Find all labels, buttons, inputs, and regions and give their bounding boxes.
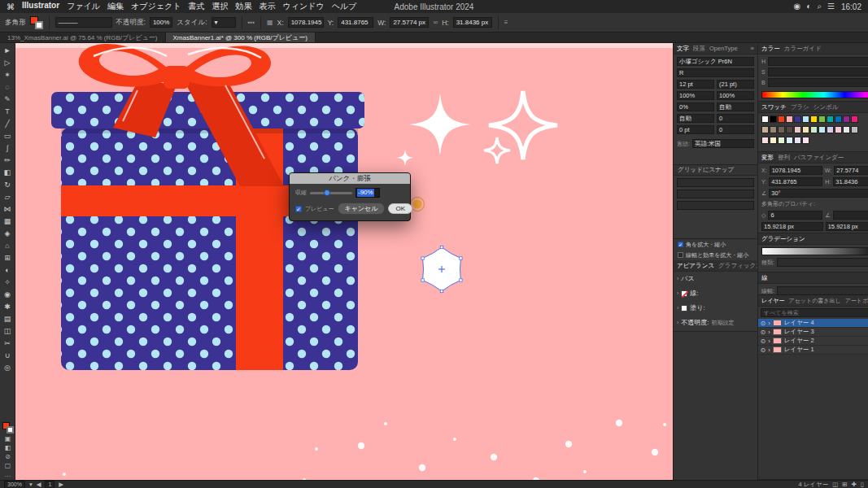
shape-builder-tool[interactable]: ◈ [1, 227, 15, 239]
char-field-3-1[interactable]: 0 [717, 114, 754, 123]
apple-menu-icon[interactable]: ⌘ [7, 2, 15, 11]
tab-1-グラフィックスタイル[interactable]: グラフィックスタイル [718, 262, 757, 270]
toolbar-fill-stroke[interactable] [2, 422, 14, 434]
preview-checkbox[interactable]: ✓ [295, 206, 302, 212]
appearance-row-2[interactable]: ›塗り: [677, 303, 754, 312]
tab-2-アートボード[interactable]: アートボード [845, 297, 868, 305]
gift-box[interactable] [51, 92, 364, 370]
perspective-grid-tool[interactable]: ⌂ [1, 239, 15, 251]
stroke-swatch[interactable] [35, 21, 43, 29]
amount-slider[interactable] [310, 192, 352, 194]
tab-1-カラーガイド[interactable]: カラーガイド [784, 45, 822, 53]
appearance-row-1[interactable]: ›線: [677, 289, 754, 298]
swatch-1-6[interactable] [810, 126, 818, 133]
swatch-0-7[interactable] [818, 115, 826, 123]
font-family-select[interactable]: 小塚ゴシック Pr6N [677, 57, 754, 66]
none-mode-icon[interactable]: ⊘ [5, 453, 11, 460]
layer-row-2[interactable]: ⊙›レイヤー 2○ [758, 337, 868, 346]
artboard-nav-field[interactable]: 1 [45, 481, 55, 488]
char-field-1-1[interactable]: 100% [717, 91, 754, 100]
rotate-tool[interactable]: ↻ [1, 178, 15, 190]
tab-0-アピアランス[interactable]: アピアランス [677, 262, 714, 270]
swatch-1-8[interactable] [827, 126, 834, 133]
kinsoku-select[interactable] [677, 178, 754, 187]
tab-1-段落[interactable]: 段落 [693, 45, 705, 53]
mojikumi-select[interactable] [677, 190, 754, 198]
amount-field[interactable]: -90% [355, 188, 380, 198]
tf-x-field[interactable]: 1078.1945 [770, 166, 822, 175]
polygon-radius-field[interactable]: 15.9218 px [761, 222, 823, 231]
char-field-1-0[interactable]: 100% [677, 91, 714, 100]
snap-to-grid[interactable]: グリッドにスナップ [674, 165, 757, 176]
swatch-0-1[interactable] [770, 115, 777, 123]
appearance-row-3[interactable]: ›不透明度:初期設定 [677, 318, 754, 327]
appearance-row-0[interactable]: ›パス [677, 274, 754, 283]
color-channel-field-S[interactable] [768, 68, 868, 76]
gradient-mode-icon[interactable]: ◧ [5, 444, 11, 451]
w-field[interactable]: 27.5774 px [390, 17, 429, 28]
extra-select[interactable] [677, 201, 754, 210]
menu-item-8[interactable]: ウィンドウ [282, 1, 324, 12]
swatch-2-4[interactable] [794, 137, 801, 144]
gradient-preview[interactable] [761, 247, 868, 255]
scale-strokes-checkbox[interactable]: 線幅と効果を拡大・縮小 [674, 250, 757, 260]
layer-row-0[interactable]: ⊙›レイヤー 4○ [758, 319, 868, 328]
paintbrush-tool[interactable]: ∫ [1, 142, 15, 154]
char-field-0-1[interactable]: (21 pt) [717, 80, 754, 89]
ok-button[interactable]: OK [388, 203, 412, 214]
zoom-field[interactable]: 300% [4, 481, 25, 488]
pencil-tool[interactable]: ✏ [1, 154, 15, 166]
document-tab-0[interactable]: 13%_XmasBanner.ai @ 75.64 % (RGB/プレビュー) [0, 33, 166, 42]
char-field-0-0[interactable]: 12 pt [677, 80, 714, 89]
rectangle-tool[interactable]: ▭ [1, 129, 15, 142]
layer-visibility-icon[interactable]: ⊙ [761, 346, 765, 354]
menubar-status-icon-2[interactable]: ⌕ [817, 2, 822, 11]
delete-layer-icon[interactable]: ▯ [861, 481, 864, 488]
free-transform-tool[interactable]: ▦ [1, 215, 15, 227]
char-field-2-1[interactable]: 自動 [717, 102, 754, 111]
color-channel-field-B[interactable] [768, 78, 868, 87]
reference-point-icon[interactable]: ▦ [267, 19, 273, 26]
menu-item-1[interactable]: ファイル [67, 1, 100, 12]
layer-expand-icon[interactable]: › [768, 338, 770, 345]
menu-item-4[interactable]: 書式 [188, 1, 204, 12]
layer-name[interactable]: レイヤー 3 [784, 328, 868, 336]
tab-stroke[interactable]: 線 [761, 274, 768, 282]
menu-item-2[interactable]: 編集 [107, 1, 124, 12]
canvas[interactable] [15, 43, 673, 480]
blend-tool[interactable]: ◉ [1, 288, 15, 300]
swatch-0-6[interactable] [810, 115, 818, 123]
menu-item-5[interactable]: 選択 [212, 1, 228, 12]
char-field-2-0[interactable]: 0% [677, 102, 714, 111]
tab-1-ブラシ[interactable]: ブラシ [791, 103, 809, 111]
menubar-status-icon-3[interactable]: ☰ [827, 2, 835, 11]
artboard-prev-icon[interactable]: ◀ [37, 481, 41, 488]
layers-search-input[interactable] [761, 308, 868, 317]
swatch-1-5[interactable] [802, 126, 809, 133]
fill-stroke-indicator[interactable] [30, 16, 43, 29]
swatch-1-1[interactable] [770, 126, 777, 133]
layer-expand-icon[interactable]: › [768, 329, 770, 336]
new-layer-icon[interactable]: ✚ [852, 481, 857, 488]
new-sublayer-icon[interactable]: ⊞ [842, 481, 847, 488]
zoom-tool[interactable]: ◎ [1, 361, 15, 373]
layer-name[interactable]: レイヤー 4 [784, 319, 868, 327]
stroke-chip-icon[interactable] [681, 290, 687, 297]
layer-row-3[interactable]: ⊙›レイヤー 1○ [758, 346, 868, 355]
rotate-field[interactable]: 30° [769, 189, 868, 198]
swatch-0-8[interactable] [827, 115, 834, 123]
cancel-button[interactable]: キャンセル [338, 203, 386, 215]
swatch-2-2[interactable] [778, 137, 785, 144]
swatch-1-2[interactable] [778, 126, 785, 133]
swatch-0-10[interactable] [843, 115, 850, 123]
color-spectrum[interactable] [761, 91, 868, 98]
swatch-1-11[interactable] [851, 126, 858, 133]
menu-item-9[interactable]: ヘルプ [332, 1, 357, 12]
color-channel-field-H[interactable] [768, 57, 868, 66]
swatch-1-0[interactable] [761, 126, 769, 133]
direct-selection-tool[interactable]: ▷ [1, 56, 15, 68]
layer-expand-icon[interactable]: › [768, 346, 770, 354]
opacity-field[interactable]: 100% [150, 17, 172, 28]
h-field[interactable]: 31.8436 px [453, 17, 492, 28]
swatch-2-5[interactable] [802, 137, 809, 144]
